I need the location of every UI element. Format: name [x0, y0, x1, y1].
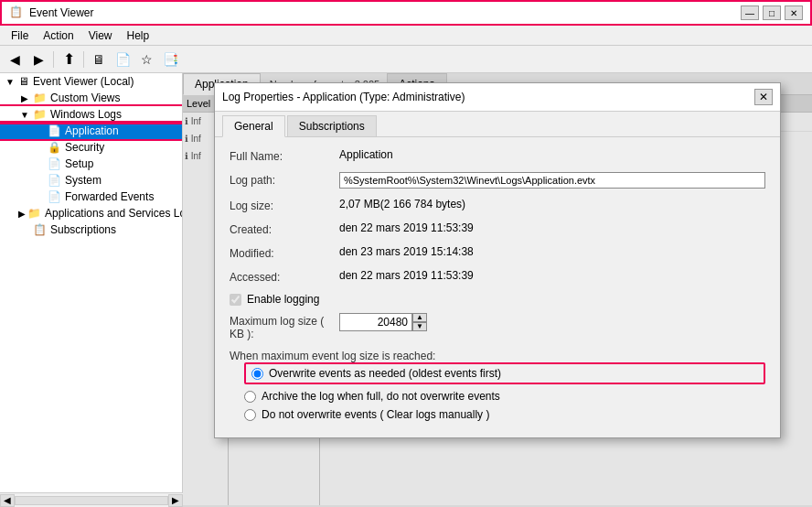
properties-button[interactable]: 📄: [112, 49, 134, 70]
modal-tab-subscriptions[interactable]: Subscriptions: [287, 115, 377, 136]
menu-action[interactable]: Action: [36, 27, 80, 44]
left-scrollbar: ◀ ▶: [0, 492, 183, 507]
full-name-value: Application: [339, 148, 765, 161]
log-path-row: Log path:: [230, 172, 765, 189]
tree-item-windows-logs[interactable]: ▼ 📁 Windows Logs: [0, 106, 182, 123]
modified-label: Modified:: [230, 245, 339, 260]
tree-item-setup[interactable]: 📄 Setup: [0, 156, 182, 172]
created-row: Created: den 22 mars 2019 11:53:39: [230, 221, 765, 236]
windows-logs-icon: 📁: [33, 108, 47, 121]
app-services-expand: ▶: [18, 207, 26, 220]
scroll-right-btn[interactable]: ▶: [168, 494, 183, 507]
modal-body: Full Name: Application Log path: Log siz…: [215, 137, 780, 437]
up-button[interactable]: ⬆: [58, 49, 80, 70]
close-button[interactable]: ✕: [785, 5, 803, 20]
log-properties-dialog: Log Properties - Application (Type: Admi…: [214, 82, 781, 438]
log-size-label: Log size:: [230, 198, 339, 212]
forwarded-expand: [33, 190, 46, 203]
created-label: Created:: [230, 221, 339, 236]
full-name-row: Full Name: Application: [230, 148, 765, 163]
menu-bar: File Action View Help: [0, 26, 812, 46]
scroll-left-btn[interactable]: ◀: [0, 494, 15, 507]
setup-label: Setup: [65, 157, 93, 170]
accessed-value: den 22 mars 2019 11:53:39: [339, 269, 765, 282]
forward-button[interactable]: ▶: [27, 49, 49, 70]
menu-file[interactable]: File: [4, 27, 36, 44]
enable-logging-checkbox[interactable]: [230, 294, 241, 306]
radio-archive-label: Archive the log when full, do not overwr…: [262, 390, 500, 403]
setup-expand: [33, 157, 46, 170]
modal-overlay: Log Properties - Application (Type: Admi…: [183, 73, 812, 507]
max-log-size-input[interactable]: [339, 313, 412, 331]
toolbar-separator-1: [53, 51, 54, 68]
tree-item-subscriptions[interactable]: 📋 Subscriptions: [0, 221, 182, 238]
custom-views-expand: ▶: [18, 92, 31, 104]
toolbar-separator-2: [83, 51, 84, 68]
title-bar-controls: — □ ✕: [741, 5, 803, 20]
custom-views-label: Custom Views: [50, 92, 120, 104]
system-label: System: [65, 174, 102, 187]
back-button[interactable]: ◀: [4, 49, 26, 70]
full-name-label: Full Name:: [230, 148, 339, 163]
expand-icon: ▼: [4, 75, 16, 88]
application-label: Application: [65, 124, 119, 137]
minimize-button[interactable]: —: [741, 5, 759, 20]
export-button[interactable]: 📑: [159, 49, 181, 70]
radio-no-overwrite-row: Do not overwrite events ( Clear logs man…: [244, 408, 765, 421]
title-bar-text: Event Viewer: [29, 6, 741, 19]
title-bar: 📋 Event Viewer — □ ✕: [0, 0, 812, 26]
tree-item-custom-views[interactable]: ▶ 📁 Custom Views: [0, 90, 182, 106]
subscriptions-label: Subscriptions: [50, 223, 116, 236]
subscriptions-icon: 📋: [33, 223, 47, 236]
log-size-row: Log size: 2,07 MB(2 166 784 bytes): [230, 198, 765, 212]
created-value: den 22 mars 2019 11:53:39: [339, 221, 765, 234]
security-icon: 🔒: [48, 141, 61, 154]
when-full-section: When maximum event log size is reached: …: [230, 350, 765, 421]
left-panel: ▼ 🖥 Event Viewer (Local) ▶ 📁 Custom View…: [0, 73, 183, 507]
max-log-size-row: Maximum log size ( KB ): ▲ ▼: [230, 313, 765, 340]
radio-no-overwrite[interactable]: [244, 409, 256, 421]
tree-item-security[interactable]: 🔒 Security: [0, 139, 182, 156]
modified-row: Modified: den 23 mars 2019 15:14:38: [230, 245, 765, 260]
root-icon: 🖥: [18, 75, 29, 88]
app-services-icon: 📁: [27, 207, 41, 220]
show-hide-button[interactable]: 🖥: [88, 49, 110, 70]
tree-item-system[interactable]: 📄 System: [0, 172, 182, 189]
tree-item-forwarded-events[interactable]: 📄 Forwarded Events: [0, 189, 182, 205]
h-scroll-track[interactable]: [15, 496, 168, 505]
log-path-label: Log path:: [230, 172, 339, 187]
spin-up-button[interactable]: ▲: [412, 313, 427, 322]
setup-icon: 📄: [48, 157, 61, 170]
subscriptions-expand: [18, 223, 31, 236]
log-path-input[interactable]: [339, 172, 765, 189]
help-button[interactable]: ☆: [135, 49, 157, 70]
security-label: Security: [65, 141, 104, 154]
tree-root[interactable]: ▼ 🖥 Event Viewer (Local): [0, 73, 182, 90]
modal-tab-general[interactable]: General: [222, 115, 285, 137]
radio-no-overwrite-label: Do not overwrite events ( Clear logs man…: [262, 408, 489, 421]
system-expand: [33, 174, 46, 187]
max-log-size-input-group: ▲ ▼: [339, 313, 427, 331]
custom-views-icon: 📁: [33, 92, 47, 104]
radio-overwrite[interactable]: [251, 368, 263, 380]
security-expand: [33, 141, 46, 154]
menu-view[interactable]: View: [81, 27, 120, 44]
app-icon: 📋: [9, 5, 24, 20]
modal-title: Log Properties - Application (Type: Admi…: [222, 91, 754, 103]
maximize-button[interactable]: □: [763, 5, 781, 20]
radio-overwrite-row: Overwrite events as needed (oldest event…: [244, 362, 765, 384]
radio-overwrite-label: Overwrite events as needed (oldest event…: [269, 367, 501, 380]
when-full-label: When maximum event log size is reached:: [230, 350, 435, 362]
modal-tabs: General Subscriptions: [215, 112, 780, 137]
enable-logging-row: Enable logging: [230, 293, 765, 306]
spin-down-button[interactable]: ▼: [412, 322, 427, 331]
menu-help[interactable]: Help: [120, 27, 157, 44]
radio-archive[interactable]: [244, 391, 256, 403]
tree-item-application[interactable]: 📄 Application: [0, 123, 182, 139]
windows-logs-label: Windows Logs: [50, 108, 122, 121]
application-icon: 📄: [48, 124, 61, 137]
right-panel: Application Number of events: 3 005 Acti…: [183, 73, 812, 507]
tree-item-app-services[interactable]: ▶ 📁 Applications and Services Lo: [0, 205, 182, 221]
modal-close-button[interactable]: ✕: [754, 89, 773, 105]
log-size-value: 2,07 MB(2 166 784 bytes): [339, 198, 765, 210]
